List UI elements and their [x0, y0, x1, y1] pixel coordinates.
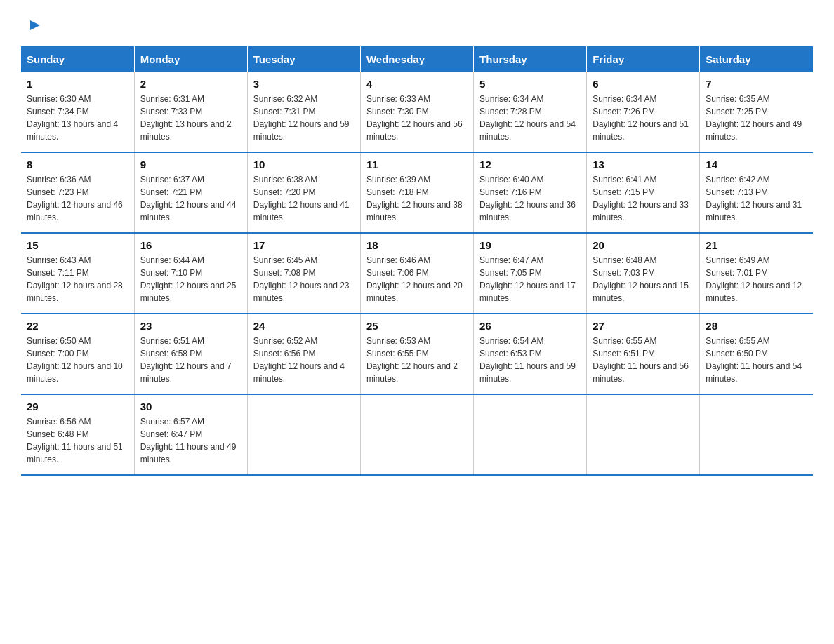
calendar-week-row: 22 Sunrise: 6:50 AM Sunset: 7:00 PM Dayl… [21, 314, 813, 394]
calendar-cell: 18 Sunrise: 6:46 AM Sunset: 7:06 PM Dayl… [360, 233, 473, 314]
calendar-cell: 19 Sunrise: 6:47 AM Sunset: 7:05 PM Dayl… [474, 233, 587, 314]
calendar-cell: 17 Sunrise: 6:45 AM Sunset: 7:08 PM Dayl… [247, 233, 360, 314]
day-number: 26 [479, 320, 581, 332]
calendar-cell: 28 Sunrise: 6:55 AM Sunset: 6:50 PM Dayl… [700, 314, 813, 394]
calendar-cell: 24 Sunrise: 6:52 AM Sunset: 6:56 PM Dayl… [247, 314, 360, 394]
day-info: Sunrise: 6:56 AM Sunset: 6:48 PM Dayligh… [27, 415, 128, 466]
day-info: Sunrise: 6:45 AM Sunset: 7:08 PM Dayligh… [253, 254, 355, 304]
day-number: 23 [140, 320, 241, 332]
day-number: 24 [253, 320, 355, 332]
day-number: 4 [366, 78, 468, 90]
day-info: Sunrise: 6:50 AM Sunset: 7:00 PM Dayligh… [27, 335, 128, 385]
calendar-header: SundayMondayTuesdayWednesdayThursdayFrid… [21, 46, 813, 72]
day-number: 18 [366, 239, 468, 251]
day-info: Sunrise: 6:34 AM Sunset: 7:26 PM Dayligh… [593, 93, 694, 143]
day-info: Sunrise: 6:35 AM Sunset: 7:25 PM Dayligh… [706, 93, 807, 143]
logo-flag-icon [29, 19, 41, 32]
day-number: 7 [706, 78, 807, 90]
day-info: Sunrise: 6:40 AM Sunset: 7:16 PM Dayligh… [479, 173, 581, 224]
day-number: 14 [706, 159, 807, 170]
calendar-cell: 2 Sunrise: 6:31 AM Sunset: 7:33 PM Dayli… [134, 72, 247, 152]
day-info: Sunrise: 6:36 AM Sunset: 7:23 PM Dayligh… [27, 173, 128, 224]
day-number: 5 [479, 78, 581, 90]
weekday-header-saturday: Saturday [700, 46, 813, 72]
day-number: 8 [27, 159, 128, 170]
calendar-cell: 12 Sunrise: 6:40 AM Sunset: 7:16 PM Dayl… [474, 152, 587, 233]
weekday-header-sunday: Sunday [21, 46, 134, 72]
calendar-cell [247, 394, 360, 475]
calendar-cell: 6 Sunrise: 6:34 AM Sunset: 7:26 PM Dayli… [587, 72, 700, 152]
day-info: Sunrise: 6:31 AM Sunset: 7:33 PM Dayligh… [140, 93, 241, 143]
day-info: Sunrise: 6:30 AM Sunset: 7:34 PM Dayligh… [27, 93, 128, 143]
weekday-header-friday: Friday [587, 46, 700, 72]
day-info: Sunrise: 6:47 AM Sunset: 7:05 PM Dayligh… [479, 254, 581, 304]
calendar-cell: 1 Sunrise: 6:30 AM Sunset: 7:34 PM Dayli… [21, 72, 134, 152]
calendar-cell: 5 Sunrise: 6:34 AM Sunset: 7:28 PM Dayli… [474, 72, 587, 152]
day-info: Sunrise: 6:44 AM Sunset: 7:10 PM Dayligh… [140, 254, 241, 304]
weekday-header-thursday: Thursday [474, 46, 587, 72]
calendar-cell: 29 Sunrise: 6:56 AM Sunset: 6:48 PM Dayl… [21, 394, 134, 475]
day-number: 19 [479, 239, 581, 251]
calendar-cell: 25 Sunrise: 6:53 AM Sunset: 6:55 PM Dayl… [360, 314, 473, 394]
calendar-cell: 4 Sunrise: 6:33 AM Sunset: 7:30 PM Dayli… [360, 72, 473, 152]
calendar-cell: 3 Sunrise: 6:32 AM Sunset: 7:31 PM Dayli… [247, 72, 360, 152]
day-info: Sunrise: 6:33 AM Sunset: 7:30 PM Dayligh… [366, 93, 468, 143]
day-number: 6 [593, 78, 694, 90]
day-number: 28 [706, 320, 807, 332]
weekday-header-wednesday: Wednesday [360, 46, 473, 72]
day-number: 30 [140, 401, 241, 412]
day-number: 1 [27, 78, 128, 90]
calendar-cell: 23 Sunrise: 6:51 AM Sunset: 6:58 PM Dayl… [134, 314, 247, 394]
calendar-body: 1 Sunrise: 6:30 AM Sunset: 7:34 PM Dayli… [21, 72, 813, 475]
day-info: Sunrise: 6:42 AM Sunset: 7:13 PM Dayligh… [706, 173, 807, 224]
calendar-table: SundayMondayTuesdayWednesdayThursdayFrid… [21, 46, 813, 476]
calendar-cell: 21 Sunrise: 6:49 AM Sunset: 7:01 PM Dayl… [700, 233, 813, 314]
day-info: Sunrise: 6:37 AM Sunset: 7:21 PM Dayligh… [140, 173, 241, 224]
calendar-cell: 22 Sunrise: 6:50 AM Sunset: 7:00 PM Dayl… [21, 314, 134, 394]
day-info: Sunrise: 6:32 AM Sunset: 7:31 PM Dayligh… [253, 93, 355, 143]
day-number: 22 [27, 320, 128, 332]
calendar-week-row: 8 Sunrise: 6:36 AM Sunset: 7:23 PM Dayli… [21, 152, 813, 233]
day-info: Sunrise: 6:55 AM Sunset: 6:51 PM Dayligh… [593, 335, 694, 385]
calendar-cell: 9 Sunrise: 6:37 AM Sunset: 7:21 PM Dayli… [134, 152, 247, 233]
calendar-cell: 8 Sunrise: 6:36 AM Sunset: 7:23 PM Dayli… [21, 152, 134, 233]
day-number: 2 [140, 78, 241, 90]
day-info: Sunrise: 6:53 AM Sunset: 6:55 PM Dayligh… [366, 335, 468, 385]
day-info: Sunrise: 6:39 AM Sunset: 7:18 PM Dayligh… [366, 173, 468, 224]
day-number: 3 [253, 78, 355, 90]
day-number: 9 [140, 159, 241, 170]
calendar-cell [360, 394, 473, 475]
day-number: 17 [253, 239, 355, 251]
calendar-cell: 20 Sunrise: 6:48 AM Sunset: 7:03 PM Dayl… [587, 233, 700, 314]
logo-general-text [21, 14, 29, 36]
calendar-cell: 14 Sunrise: 6:42 AM Sunset: 7:13 PM Dayl… [700, 152, 813, 233]
calendar-cell: 11 Sunrise: 6:39 AM Sunset: 7:18 PM Dayl… [360, 152, 473, 233]
day-info: Sunrise: 6:55 AM Sunset: 6:50 PM Dayligh… [706, 335, 807, 385]
calendar-cell: 27 Sunrise: 6:55 AM Sunset: 6:51 PM Dayl… [587, 314, 700, 394]
calendar-cell: 16 Sunrise: 6:44 AM Sunset: 7:10 PM Dayl… [134, 233, 247, 314]
day-number: 15 [27, 239, 128, 251]
day-number: 21 [706, 239, 807, 251]
day-info: Sunrise: 6:38 AM Sunset: 7:20 PM Dayligh… [253, 173, 355, 224]
calendar-cell: 7 Sunrise: 6:35 AM Sunset: 7:25 PM Dayli… [700, 72, 813, 152]
calendar-cell [587, 394, 700, 475]
day-number: 10 [253, 159, 355, 170]
calendar-cell: 30 Sunrise: 6:57 AM Sunset: 6:47 PM Dayl… [134, 394, 247, 475]
calendar-cell: 15 Sunrise: 6:43 AM Sunset: 7:11 PM Dayl… [21, 233, 134, 314]
day-number: 25 [366, 320, 468, 332]
calendar-cell [700, 394, 813, 475]
day-number: 29 [27, 401, 128, 412]
calendar-cell: 10 Sunrise: 6:38 AM Sunset: 7:20 PM Dayl… [247, 152, 360, 233]
page-header [21, 14, 813, 32]
day-info: Sunrise: 6:46 AM Sunset: 7:06 PM Dayligh… [366, 254, 468, 304]
svg-marker-0 [30, 20, 40, 30]
day-number: 13 [593, 159, 694, 170]
calendar-cell: 26 Sunrise: 6:54 AM Sunset: 6:53 PM Dayl… [474, 314, 587, 394]
day-number: 20 [593, 239, 694, 251]
day-info: Sunrise: 6:54 AM Sunset: 6:53 PM Dayligh… [479, 335, 581, 385]
day-number: 16 [140, 239, 241, 251]
calendar-cell [474, 394, 587, 475]
weekday-header-tuesday: Tuesday [247, 46, 360, 72]
calendar-week-row: 15 Sunrise: 6:43 AM Sunset: 7:11 PM Dayl… [21, 233, 813, 314]
calendar-week-row: 29 Sunrise: 6:56 AM Sunset: 6:48 PM Dayl… [21, 394, 813, 475]
